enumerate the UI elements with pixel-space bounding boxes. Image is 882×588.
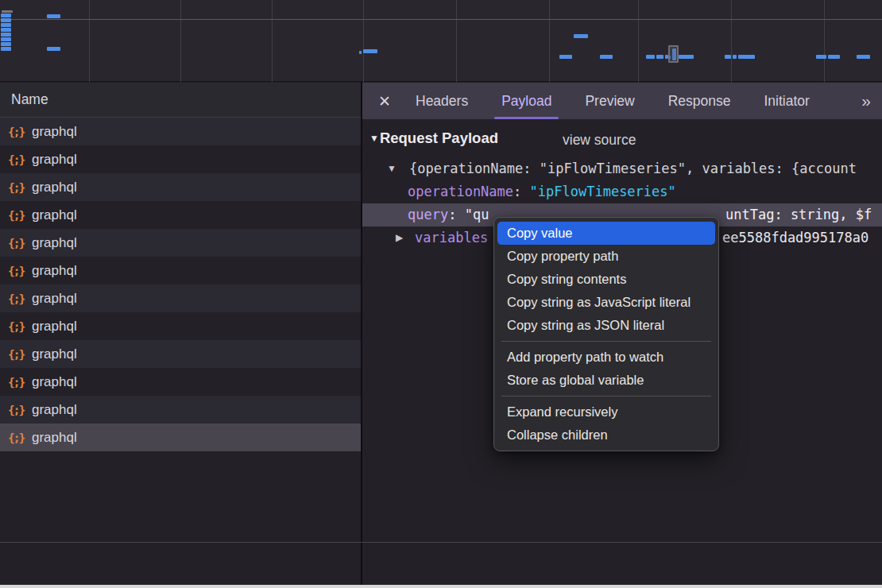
request-timing-bar bbox=[733, 55, 737, 59]
overview-gridline bbox=[180, 0, 181, 82]
json-braces-icon: {;} bbox=[8, 348, 32, 361]
section-title: Request Payload bbox=[380, 130, 498, 146]
request-timing-bar bbox=[1, 14, 11, 17]
network-request-row[interactable]: {;}graphql bbox=[0, 312, 361, 340]
menu-item-collapse-children[interactable]: Collapse children bbox=[494, 424, 718, 447]
request-timing-bar bbox=[738, 55, 755, 59]
request-name-label: graphql bbox=[32, 291, 77, 307]
network-request-row[interactable]: {;}graphql bbox=[0, 340, 361, 368]
payload-root-row[interactable]: ▼ {operationName: "ipFlowTimeseries", va… bbox=[362, 157, 882, 180]
tab-preview[interactable]: Preview bbox=[568, 83, 651, 119]
key-colon: : bbox=[513, 184, 529, 199]
request-timing-bar bbox=[1, 23, 11, 27]
request-timing-bar bbox=[47, 47, 60, 51]
column-header-name-label: Name bbox=[11, 91, 48, 107]
request-name-label: graphql bbox=[32, 319, 77, 335]
request-timing-bar bbox=[1, 33, 11, 37]
collapse-arrow-icon[interactable]: ▶ bbox=[396, 226, 403, 250]
menu-separator bbox=[501, 341, 711, 342]
menu-item-store-as-global-variable[interactable]: Store as global variable bbox=[494, 369, 718, 392]
network-request-row[interactable]: {;}graphql bbox=[0, 201, 361, 229]
network-request-row[interactable]: {;}graphql bbox=[0, 118, 361, 145]
network-request-list: {;}graphql{;}graphql{;}graphql{;}graphql… bbox=[0, 118, 361, 451]
expand-arrow-icon[interactable]: ▼ bbox=[387, 157, 397, 180]
json-braces-icon: {;} bbox=[8, 292, 32, 305]
json-braces-icon: {;} bbox=[8, 153, 32, 166]
request-timing-bar bbox=[600, 55, 613, 59]
tab-initiator[interactable]: Initiator bbox=[747, 83, 826, 119]
view-source-link[interactable]: view source bbox=[563, 132, 636, 149]
request-payload-section-header[interactable]: ▼Request Payload bbox=[369, 130, 498, 147]
request-timing-bar bbox=[574, 34, 588, 38]
property-key: variables bbox=[415, 230, 488, 246]
request-timing-bar bbox=[363, 49, 377, 53]
network-request-row[interactable]: {;}graphql bbox=[0, 145, 361, 173]
property-value-right: untTag: string, $f bbox=[725, 203, 872, 226]
overview-ruler-line bbox=[0, 19, 882, 20]
window-bottom-edge bbox=[0, 585, 882, 588]
tab-payload[interactable]: Payload bbox=[485, 83, 568, 119]
request-name-label: graphql bbox=[32, 263, 77, 279]
menu-item-copy-string-as-javascript-literal[interactable]: Copy string as JavaScript literal bbox=[494, 291, 718, 314]
network-overview-timeline[interactable] bbox=[0, 0, 882, 82]
more-tabs-icon[interactable]: » bbox=[861, 91, 882, 110]
column-header-name[interactable]: Name bbox=[0, 83, 361, 118]
menu-item-copy-property-path[interactable]: Copy property path bbox=[494, 245, 718, 268]
request-timing-bar bbox=[816, 55, 826, 59]
json-braces-icon: {;} bbox=[8, 126, 32, 138]
overview-ruler-dash bbox=[2, 10, 13, 13]
menu-item-copy-string-contents[interactable]: Copy string contents bbox=[494, 268, 718, 291]
overview-gridline bbox=[638, 0, 639, 82]
menu-item-expand-recursively[interactable]: Expand recursively bbox=[494, 400, 718, 424]
request-timing-bar bbox=[1, 28, 11, 32]
json-braces-icon: {;} bbox=[8, 209, 32, 222]
request-name-label: graphql bbox=[32, 124, 77, 140]
payload-operation-name-row[interactable]: operationName: "ipFlowTimeseries" bbox=[362, 180, 882, 203]
network-request-row[interactable]: {;}graphql bbox=[0, 424, 361, 451]
tab-headers[interactable]: Headers bbox=[399, 83, 485, 119]
property-value-string: "ipFlowTimeseries" bbox=[530, 184, 676, 199]
property-value-right: ee5588fdad995178a0 bbox=[722, 226, 868, 250]
request-name-label: graphql bbox=[32, 207, 77, 223]
request-name-label: graphql bbox=[32, 346, 77, 362]
overview-gridline bbox=[824, 0, 825, 82]
detail-tabs: HeadersPayloadPreviewResponseInitiator bbox=[399, 83, 826, 119]
network-request-row[interactable]: {;}graphql bbox=[0, 173, 361, 201]
network-request-row[interactable]: {;}graphql bbox=[0, 368, 361, 396]
request-timing-bar bbox=[559, 55, 572, 59]
network-request-row[interactable]: {;}graphql bbox=[0, 396, 361, 424]
request-timing-bar bbox=[646, 55, 655, 59]
request-timing-bar bbox=[1, 42, 11, 46]
request-timing-bar bbox=[1, 18, 11, 22]
request-timing-bar bbox=[857, 55, 870, 59]
menu-item-copy-value[interactable]: Copy value bbox=[497, 222, 715, 245]
json-braces-icon: {;} bbox=[8, 431, 32, 444]
network-request-row[interactable]: {;}graphql bbox=[0, 257, 361, 284]
menu-item-add-property-path-to-watch[interactable]: Add property path to watch bbox=[494, 346, 718, 369]
request-timing-bar bbox=[1, 47, 11, 51]
overview-gridline bbox=[363, 0, 364, 82]
json-braces-icon: {;} bbox=[8, 237, 32, 250]
section-expand-icon: ▼ bbox=[369, 133, 379, 144]
request-timing-bar bbox=[679, 55, 694, 59]
request-timing-bar bbox=[47, 14, 60, 18]
json-braces-icon: {;} bbox=[8, 376, 32, 389]
network-request-row[interactable]: {;}graphql bbox=[0, 229, 361, 257]
network-request-row[interactable]: {;}graphql bbox=[0, 284, 361, 312]
overview-gridline bbox=[549, 0, 550, 82]
close-icon[interactable]: ✕ bbox=[370, 92, 399, 110]
overview-hovered-request-box bbox=[668, 45, 679, 63]
overview-gridline bbox=[731, 0, 732, 82]
tab-response[interactable]: Response bbox=[652, 83, 748, 119]
menu-item-copy-string-as-json-literal[interactable]: Copy string as JSON literal bbox=[494, 314, 718, 337]
request-name-label: graphql bbox=[32, 235, 77, 251]
payload-root-preview: {operationName: "ipFlowTimeseries", vari… bbox=[409, 157, 857, 180]
request-name-label: graphql bbox=[32, 402, 77, 418]
request-timing-bar bbox=[656, 55, 663, 59]
request-timing-bar bbox=[1, 37, 11, 41]
property-key: operationName bbox=[408, 184, 513, 199]
overview-gridline bbox=[456, 0, 457, 82]
key-colon: : bbox=[448, 207, 464, 222]
menu-separator bbox=[501, 396, 711, 397]
json-braces-icon: {;} bbox=[8, 181, 32, 194]
